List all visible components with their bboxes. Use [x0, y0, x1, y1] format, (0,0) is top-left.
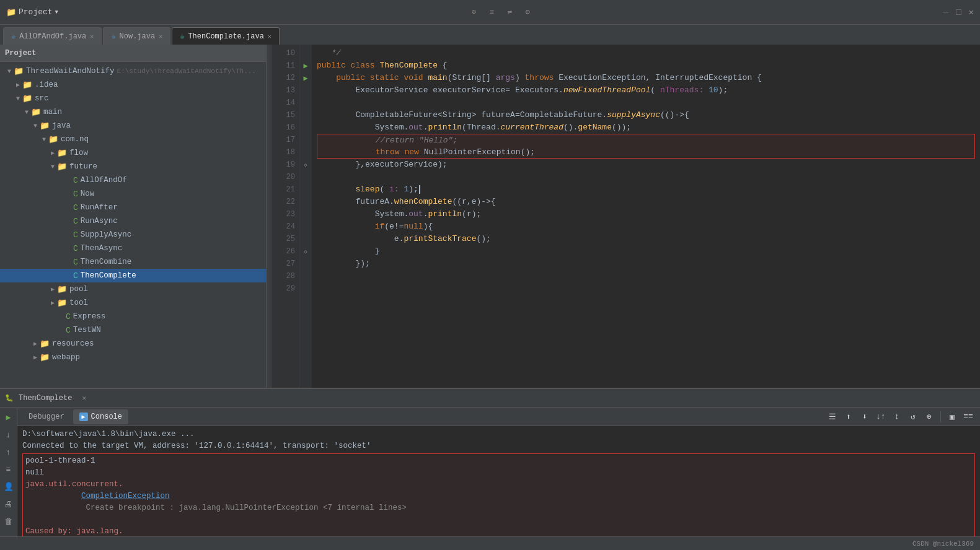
tree-item-java[interactable]: ▼ 📁 java — [0, 119, 266, 133]
tree-path: E:\study\ThreadWaitAndNotify\Th... — [117, 68, 256, 75]
tab-now[interactable]: ☕ Now.java ✕ — [103, 27, 170, 45]
tab-close-icon[interactable]: ✕ — [268, 33, 271, 40]
close-debug-icon[interactable]: ✕ — [82, 394, 86, 402]
project-label: Project — [19, 7, 53, 17]
tree-item-flow[interactable]: ▶ 📁 flow — [0, 146, 266, 160]
java-file-icon: C — [73, 244, 78, 253]
tab-close-icon[interactable]: ✕ — [159, 33, 162, 40]
line-num: 29 — [271, 282, 295, 295]
tree-label: ThenCombine — [81, 258, 132, 266]
toolbar-stop-btn[interactable]: ⊕ — [922, 410, 936, 424]
tree-arrow — [64, 191, 73, 198]
tree-item-comnq[interactable]: ▼ 📁 com.nq — [0, 133, 266, 146]
tree-label: java — [52, 121, 71, 130]
gutter-icon-run[interactable]: ▶ — [301, 72, 311, 84]
tab-close-icon[interactable]: ✕ — [90, 33, 94, 40]
tree-item-allorandof[interactable]: C AllOfAndOf — [0, 173, 266, 187]
tab-debugger[interactable]: Debugger — [22, 409, 71, 424]
folder-icon: 📁 — [57, 162, 67, 172]
line-num: 13 — [271, 84, 295, 97]
sidebar-header: Project — [0, 45, 266, 62]
tree-item-thenasync[interactable]: C ThenAsync — [0, 242, 266, 255]
tree-label: RunAsync — [81, 217, 118, 225]
tree-item-testwn[interactable]: C TestWN — [0, 323, 266, 337]
console-line-error: java.util.concurrent. CompletionExceptio… — [25, 479, 972, 526]
toolbar-up-btn[interactable]: ⬆ — [842, 410, 855, 424]
toolbar-sep — [940, 411, 941, 422]
title-bar-left: 📁 Project ▼ — [6, 7, 58, 17]
sidebar-scrollbar[interactable] — [0, 383, 266, 388]
toolbar-step-btn[interactable]: ↓↑ — [874, 410, 888, 424]
title-bar-right: ─ □ ✕ — [943, 7, 974, 17]
maximize-button[interactable]: □ — [956, 7, 961, 17]
tree-arrow — [64, 218, 73, 225]
debug-person-btn[interactable]: 👤 — [1, 479, 16, 494]
tree-item-root[interactable]: ▼ 📁 ThreadWaitAndNotify E:\study\ThreadW… — [0, 64, 266, 78]
debug-print-btn[interactable]: 🖨 — [1, 497, 16, 512]
tree-arrow: ▼ — [14, 95, 22, 102]
code-area[interactable]: */ public class ThenComplete { public st… — [312, 45, 980, 388]
toolbar-rerun-btn[interactable]: ↺ — [906, 410, 920, 424]
toolbar-step2-btn[interactable]: ↕ — [890, 410, 904, 424]
tab-console[interactable]: ▶ Console — [73, 409, 128, 424]
tree-item-idea[interactable]: ▶ 📁 .idea — [0, 78, 266, 92]
code-line: }); — [317, 258, 975, 270]
console-tabs: Debugger ▶ Console ☰ ⬆ ⬇ ↓↑ ↕ ↺ ⊕ ▣ ≡≡ — [17, 408, 980, 426]
toolbar-filter-btn[interactable]: ▣ — [945, 410, 959, 424]
tree-label: resources — [52, 339, 94, 348]
gutter-icon — [301, 282, 311, 295]
debug-resume-btn[interactable]: ▶ — [1, 410, 16, 425]
file-tree[interactable]: ▼ 📁 ThreadWaitAndNotify E:\study\ThreadW… — [0, 62, 266, 383]
tree-item-tool[interactable]: ▶ 📁 tool — [0, 296, 266, 310]
sidebar-title: Project — [5, 49, 36, 58]
tree-item-runasync[interactable]: C RunAsync — [0, 214, 266, 228]
console-link-completion[interactable]: CompletionException — [81, 492, 170, 500]
tree-item-runafter[interactable]: C RunAfter — [0, 201, 266, 214]
tree-arrow: ▶ — [48, 299, 57, 307]
tab-thencomplete[interactable]: ☕ ThenComplete.java ✕ — [172, 27, 280, 45]
debug-header: 🐛 ThenComplete ✕ — [0, 389, 980, 408]
project-dropdown[interactable]: 📁 Project ▼ — [6, 7, 58, 17]
tree-label: .idea — [35, 81, 58, 89]
code-line-17-boxed: //return "Hello"; — [317, 134, 975, 146]
close-button[interactable]: ✕ — [969, 7, 974, 17]
tree-item-future[interactable]: ▼ 📁 future — [0, 160, 266, 173]
tree-item-src[interactable]: ▼ 📁 src — [0, 92, 266, 105]
tree-item-supplyasync[interactable]: C SupplyAsync — [0, 228, 266, 242]
gutter-icon — [301, 233, 311, 245]
tree-item-pool[interactable]: ▶ 📁 pool — [0, 282, 266, 296]
folder-icon: 📁 — [31, 107, 41, 117]
toolbar-down-btn[interactable]: ⬇ — [858, 410, 872, 424]
tab-allorandof[interactable]: ☕ AllOfAndOf.java ✕ — [3, 27, 102, 45]
toolbar-menu-btn[interactable]: ☰ — [826, 410, 839, 424]
editor-wrapper: 10 11 12 13 14 15 16 17 18 19 20 21 22 2… — [267, 45, 980, 388]
debug-down-btn[interactable]: ↓ — [1, 427, 16, 442]
toolbar-icons: ⊕ ≡ ⇌ ⚙ — [472, 7, 530, 17]
line-num: 14 — [271, 97, 295, 109]
gutter-icon — [301, 220, 311, 233]
folder-icon: 📁 — [40, 121, 50, 131]
tree-item-express[interactable]: C Express — [0, 310, 266, 323]
debug-trash-btn[interactable]: 🗑 — [1, 514, 16, 529]
tree-label: ThenComplete — [81, 271, 136, 280]
java-file-icon: C — [73, 203, 78, 212]
editor-content: 10 11 12 13 14 15 16 17 18 19 20 21 22 2… — [271, 45, 980, 388]
tree-item-thencomplete[interactable]: C ThenComplete — [0, 269, 266, 282]
console-error-box: pool-1-thread-1 null java.util.concurren… — [22, 453, 975, 536]
gutter-icon-run[interactable]: ▶ — [301, 59, 311, 72]
debug-align-btn[interactable]: ≡ — [1, 462, 16, 477]
tree-item-main[interactable]: ▼ 📁 main — [0, 105, 266, 119]
tree-item-now[interactable]: C Now — [0, 187, 266, 201]
code-line: futureA.whenComplete((r,e)->{ — [317, 196, 975, 208]
console-output[interactable]: D:\software\java\1.8\bin\java.exe ... Co… — [17, 426, 980, 536]
editor-area[interactable]: 10 11 12 13 14 15 16 17 18 19 20 21 22 2… — [271, 45, 980, 388]
java-file-icon: C — [73, 271, 78, 281]
folder-icon: 📁 — [22, 94, 32, 103]
tree-item-webapp[interactable]: ▶ 📁 webapp — [0, 351, 266, 364]
tree-item-resources[interactable]: ▶ 📁 resources — [0, 337, 266, 351]
minimize-button[interactable]: ─ — [943, 7, 948, 17]
toolbar-wrap-btn[interactable]: ≡≡ — [961, 410, 975, 424]
debug-up-btn[interactable]: ↑ — [1, 445, 16, 460]
tree-item-thencombine[interactable]: C ThenCombine — [0, 255, 266, 269]
tree-arrow: ▼ — [5, 68, 14, 75]
